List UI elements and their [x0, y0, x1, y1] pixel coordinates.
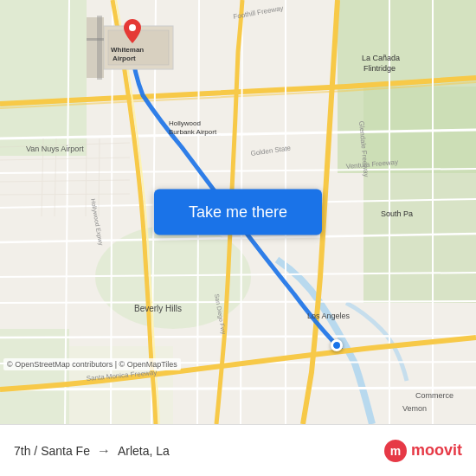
origin-label: 7th / Santa Fe	[14, 444, 90, 458]
svg-text:Whiteman: Whiteman	[111, 46, 144, 54]
svg-text:Vemon: Vemon	[402, 404, 427, 413]
origin-pin	[331, 339, 343, 351]
moovit-brand-text: moovit	[411, 441, 462, 460]
svg-rect-27	[97, 16, 102, 80]
destination-pin	[124, 19, 141, 47]
svg-line-15	[0, 388, 476, 389]
svg-text:m: m	[390, 444, 401, 458]
moovit-logo: m moovit	[383, 439, 462, 463]
svg-text:Flintridge: Flintridge	[363, 64, 396, 73]
svg-text:La Cañada: La Cañada	[362, 54, 400, 62]
arrow-icon: →	[97, 443, 111, 459]
button-overlay: Take me there	[154, 190, 322, 235]
svg-rect-3	[363, 87, 476, 303]
svg-point-56	[129, 24, 136, 31]
svg-rect-5	[0, 329, 69, 424]
take-me-there-button[interactable]: Take me there	[154, 190, 322, 235]
svg-rect-28	[87, 38, 104, 41]
svg-text:Los Angeles: Los Angeles	[307, 312, 351, 320]
map-container: Van Nuys Airport Whiteman Airport Hollyw…	[0, 0, 476, 424]
svg-rect-1	[0, 0, 87, 156]
bottom-bar: 7th / Santa Fe → Arleta, La m moovit	[0, 424, 476, 476]
destination-label: Arleta, La	[118, 444, 170, 458]
svg-text:Commerce: Commerce	[415, 391, 453, 400]
route-info: 7th / Santa Fe → Arleta, La	[14, 443, 170, 459]
svg-text:Burbank Airport: Burbank Airport	[169, 128, 217, 136]
moovit-logo-icon: m	[383, 439, 408, 463]
svg-text:Van Nuys Airport: Van Nuys Airport	[26, 145, 84, 153]
svg-text:Hollywood: Hollywood	[169, 119, 201, 127]
svg-text:South Pa: South Pa	[381, 209, 413, 218]
svg-text:Airport: Airport	[113, 55, 136, 62]
svg-text:Beverly Hills: Beverly Hills	[134, 304, 182, 313]
map-attribution: © OpenStreetMap contributors | © OpenMap…	[3, 358, 181, 370]
